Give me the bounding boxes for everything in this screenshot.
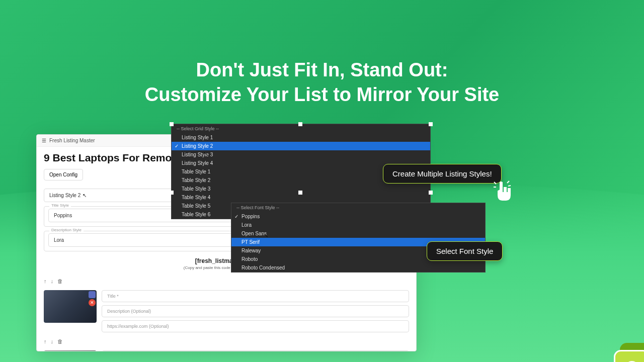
dropdown-option[interactable]: Listing Style 3 [172, 150, 430, 159]
remove-image-icon[interactable]: ✕ [89, 299, 96, 306]
dropdown-option[interactable]: Listing Style 2 [172, 142, 430, 150]
cursor-icon: ↖ [204, 151, 208, 156]
headline-line1: Don't Just Fit In, Stand Out: [0, 58, 644, 82]
move-up-icon[interactable]: ↑ [44, 278, 47, 284]
open-config-button[interactable]: Open Config [44, 169, 83, 180]
move-down-icon[interactable]: ↓ [51, 338, 54, 344]
title-input[interactable]: MacBook Pro 14-inch (2023) [102, 350, 409, 351]
dropdown-option[interactable]: Roboto Condensed [231, 263, 485, 272]
hamburger-icon[interactable]: ☰ [42, 138, 46, 143]
description-input[interactable]: Description (Optional) [102, 305, 409, 317]
item-thumbnail[interactable]: ✕ [44, 290, 97, 323]
cursor-icon: ↖ [83, 193, 87, 198]
selection-handle[interactable] [170, 122, 174, 126]
list-item: ✕ Title * Description (Optional) https:/… [37, 286, 416, 336]
app-name: Fresh Listing Master [49, 138, 95, 143]
item-controls-2: ↑ ↓ 🗑 [37, 336, 416, 346]
move-up-icon[interactable]: ↑ [44, 338, 47, 344]
selection-handle[interactable] [429, 122, 433, 126]
hand-cursor-icon [492, 180, 517, 210]
title-style-label: Title Style [49, 203, 71, 208]
delete-icon[interactable]: 🗑 [57, 338, 63, 344]
delete-icon[interactable]: 🗑 [57, 278, 63, 284]
headline-line2: Customize Your List to Mirror Your Site [0, 82, 644, 107]
move-down-icon[interactable]: ↓ [51, 278, 54, 284]
dropdown-option[interactable]: Lora [231, 221, 485, 229]
url-input[interactable]: https://example.com (Optional) [102, 320, 409, 332]
dropdown-header: -- Select Font Style -- [231, 203, 485, 212]
title-input[interactable]: Title * [102, 290, 409, 302]
selection-handle[interactable] [429, 191, 433, 195]
dropdown-option[interactable]: Open Sans [231, 229, 485, 238]
font-style-dropdown[interactable]: -- Select Font Style -- PoppinsLoraOpen … [231, 203, 486, 273]
edit-image-icon[interactable] [89, 291, 96, 298]
selection-handle[interactable] [170, 191, 174, 195]
selection-handle[interactable] [298, 122, 302, 126]
callout-listing-styles: Create Multiple Listing Styles! [383, 164, 502, 184]
selection-handle[interactable] [298, 191, 302, 195]
item-controls-1: ↑ ↓ 🗑 [37, 276, 416, 286]
description-style-label: Description Style [49, 228, 84, 232]
dropdown-option[interactable]: Listing Style 1 [172, 133, 430, 142]
callout-font-style: Select Font Style [427, 241, 503, 261]
item-thumbnail[interactable] [44, 350, 97, 351]
headline: Don't Just Fit In, Stand Out: Customize … [0, 58, 644, 108]
dropdown-option[interactable]: Poppins [231, 212, 485, 221]
cursor-icon: ↖ [264, 233, 268, 238]
list-item: MacBook Pro 14-inch (2023) [37, 346, 416, 351]
